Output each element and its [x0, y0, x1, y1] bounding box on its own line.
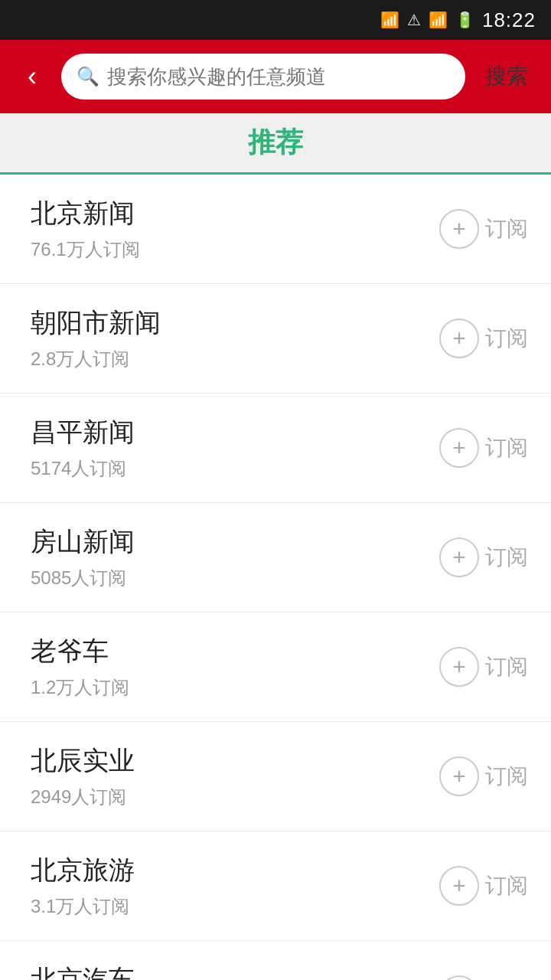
channel-info: 朝阳市新闻 2.8万人订阅 [31, 305, 161, 371]
list-item: 昌平新闻 5174人订阅 + 订阅 [0, 394, 551, 503]
subscribe-label: 订阅 [485, 433, 528, 462]
channel-subs: 5174人订阅 [31, 456, 135, 481]
list-item: 北京旅游 3.1万人订阅 + 订阅 [0, 831, 551, 941]
subscribe-label: 订阅 [485, 543, 528, 572]
section-title: 推荐 [248, 124, 303, 162]
search-box: 🔍 [61, 54, 465, 100]
channel-name: 房山新闻 [31, 524, 135, 560]
plus-icon: + [439, 866, 479, 906]
channel-info: 北辰实业 2949人订阅 [31, 743, 135, 809]
plus-icon: + [439, 428, 479, 468]
signal-icon: 📶 [429, 11, 448, 29]
list-item: 朝阳市新闻 2.8万人订阅 + 订阅 [0, 284, 551, 394]
plus-icon: + [439, 318, 479, 358]
channel-name: 北京汽车 [31, 962, 135, 980]
warning-icon: ⚠ [407, 11, 421, 29]
subscribe-label: 订阅 [485, 214, 528, 243]
channel-subs: 5085人订阅 [31, 566, 135, 590]
channel-name: 北京新闻 [31, 196, 140, 231]
search-button[interactable]: 搜索 [478, 62, 536, 91]
channel-list: 北京新闻 76.1万人订阅 + 订阅 朝阳市新闻 2.8万人订阅 + 订阅 昌平… [0, 175, 551, 980]
list-item: 北京新闻 76.1万人订阅 + 订阅 [0, 175, 551, 284]
plus-icon: + [439, 537, 479, 577]
channel-subs: 76.1万人订阅 [31, 237, 140, 262]
section-header: 推荐 [0, 113, 551, 175]
wifi-icon: 📶 [380, 11, 399, 29]
channel-subs: 1.2万人订阅 [31, 675, 129, 700]
channel-subs: 3.1万人订阅 [31, 894, 135, 919]
channel-name: 老爷车 [31, 634, 129, 669]
channel-info: 北京新闻 76.1万人订阅 [31, 196, 140, 262]
subscribe-button[interactable]: + 订阅 [439, 866, 528, 906]
channel-info: 北京旅游 3.1万人订阅 [31, 853, 135, 919]
channel-name: 北京旅游 [31, 853, 135, 888]
search-icon: 🔍 [77, 66, 99, 87]
channel-subs: 2.8万人订阅 [31, 347, 161, 371]
list-item: 房山新闻 5085人订阅 + 订阅 [0, 503, 551, 612]
subscribe-button[interactable]: + 订阅 [439, 756, 528, 796]
header: ‹ 🔍 搜索 [0, 40, 551, 113]
subscribe-label: 订阅 [485, 762, 528, 791]
channel-name: 昌平新闻 [31, 415, 135, 450]
plus-icon: + [439, 647, 479, 687]
channel-name: 北辰实业 [31, 743, 135, 779]
subscribe-button[interactable]: + 订阅 [439, 209, 528, 249]
list-item: 北京汽车 3028人订阅 + 订阅 [0, 941, 551, 980]
subscribe-button[interactable]: + 订阅 [439, 318, 528, 358]
list-item: 北辰实业 2949人订阅 + 订阅 [0, 722, 551, 831]
subscribe-button[interactable]: + 订阅 [439, 428, 528, 468]
status-time: 18:22 [482, 8, 536, 32]
channel-info: 北京汽车 3028人订阅 [31, 962, 135, 980]
subscribe-button[interactable]: + 订阅 [439, 647, 528, 687]
channel-info: 房山新闻 5085人订阅 [31, 524, 135, 590]
channel-info: 昌平新闻 5174人订阅 [31, 415, 135, 481]
channel-name: 朝阳市新闻 [31, 305, 161, 341]
subscribe-button[interactable]: + 订阅 [439, 537, 528, 577]
channel-info: 老爷车 1.2万人订阅 [31, 634, 129, 700]
back-button[interactable]: ‹ [15, 63, 49, 90]
channel-subs: 2949人订阅 [31, 785, 135, 809]
search-input[interactable] [107, 65, 450, 89]
battery-icon: 🔋 [455, 11, 474, 29]
subscribe-button[interactable]: + 订阅 [439, 975, 528, 980]
status-bar: 📶 ⚠ 📶 🔋 18:22 [0, 0, 551, 40]
subscribe-label: 订阅 [485, 652, 528, 681]
plus-icon: + [439, 756, 479, 796]
plus-icon: + [439, 209, 479, 249]
plus-icon: + [439, 975, 479, 980]
subscribe-label: 订阅 [485, 324, 528, 353]
subscribe-label: 订阅 [485, 871, 528, 900]
list-item: 老爷车 1.2万人订阅 + 订阅 [0, 612, 551, 722]
